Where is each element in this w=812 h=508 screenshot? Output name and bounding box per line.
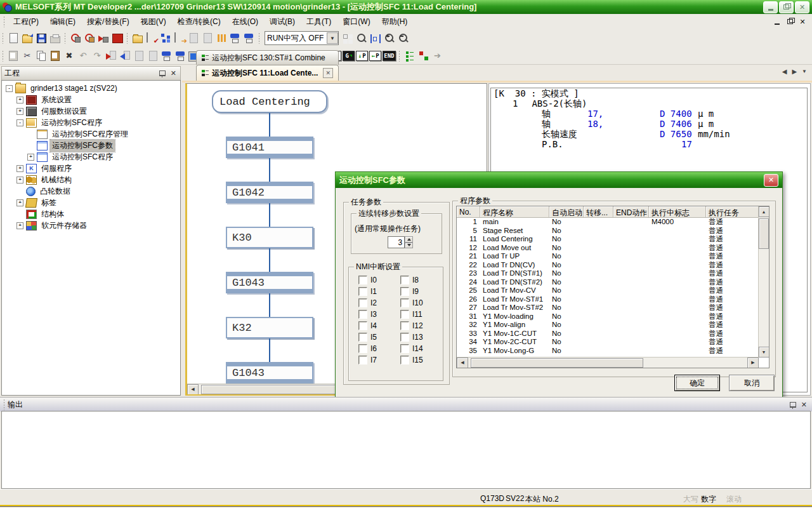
table-column-header-3[interactable]: 转移... (584, 206, 613, 218)
checkbox-I6[interactable] (358, 344, 367, 353)
system-config-button[interactable] (159, 31, 172, 45)
brackets-button[interactable] (369, 31, 382, 45)
tree-item-12[interactable]: +软元件存储器 (2, 220, 180, 231)
tree-expander-icon[interactable]: + (16, 97, 23, 104)
document-tab-0[interactable]: 运动控制SFC 130:ST#1 Combine (196, 50, 339, 65)
scroll-down-arrow[interactable]: ▼ (759, 347, 769, 358)
project-panel-close-button[interactable]: ✕ (169, 69, 178, 77)
trace-button[interactable] (111, 31, 124, 45)
checkbox-I10[interactable] (400, 298, 409, 307)
verify-button[interactable]: ✔ (145, 31, 158, 45)
table-row[interactable]: 32Y1 Mov-alignNo普通 (457, 321, 759, 330)
tree-expander-icon[interactable]: + (27, 154, 34, 161)
table-row[interactable]: 22Load Tr DN(CV)No普通 (457, 261, 759, 270)
tree-item-4[interactable]: +运动控制SFC程序管理 (2, 128, 180, 140)
checkbox-I4[interactable] (358, 321, 367, 330)
spinner-down-button[interactable] (405, 243, 413, 249)
zoom-out-button[interactable] (397, 31, 410, 45)
zoom-in-button[interactable] (383, 31, 396, 45)
tree-expander-icon[interactable]: + (16, 199, 23, 206)
table-row[interactable]: 27Load Tr Mov-ST#2No普通 (457, 304, 759, 312)
open-read-button[interactable] (131, 31, 144, 45)
mdi-minimize-button[interactable] (773, 18, 782, 25)
menu-item-3[interactable]: 视图(V) (135, 15, 172, 29)
checkbox-I9[interactable] (400, 287, 409, 296)
table-row[interactable]: 21Load Tr UPNo普通 (457, 252, 759, 261)
tree-expander-icon[interactable]: - (6, 85, 13, 92)
table-column-header-6[interactable]: 执行任务 (706, 206, 759, 218)
open-project-button[interactable] (21, 31, 34, 45)
sfc-step-g1042[interactable]: G1042 (226, 182, 313, 203)
menu-item-7[interactable]: 工具(T) (301, 15, 337, 29)
sfc-step-g1043[interactable]: G1043 (226, 272, 313, 293)
table-column-header-5[interactable]: 执行中标志 (649, 206, 706, 218)
tab-scroll-right-button[interactable]: ▶ (792, 68, 797, 75)
output-panel-close-button[interactable]: ✕ (800, 401, 808, 409)
tree-item-11[interactable]: +结构体 (2, 208, 180, 220)
document-tab-1[interactable]: 运动控制SFC 11:Load Cente...✕ (196, 65, 339, 81)
table-row[interactable]: 31Y1 Mov-loadingNo普通 (457, 312, 759, 321)
dialog-title-bar[interactable]: 运动控制SFC参数 ✕ (336, 172, 782, 188)
toolbar-grip[interactable] (2, 50, 4, 62)
tree-expander-icon[interactable]: - (16, 119, 23, 126)
sfc-step-g1043[interactable]: G1043 (226, 362, 313, 384)
menu-item-9[interactable]: 帮助(H) (376, 15, 414, 29)
sfc-step-k30[interactable]: K30 (226, 227, 313, 248)
tree-item-3[interactable]: -运动控制SFC程序 (2, 117, 180, 128)
spinner-up-button[interactable] (405, 236, 413, 243)
sfc-symbol-p-button[interactable]: ↓P (356, 51, 368, 61)
dot-search-button[interactable] (355, 31, 368, 45)
scroll-left-arrow[interactable]: ◀ (457, 358, 468, 368)
checkbox-I8[interactable] (400, 276, 409, 284)
checkbox-I0[interactable] (358, 276, 367, 284)
table-row[interactable]: 35Y1 Mov-Long-GNo普通 (457, 347, 759, 356)
transfer-button[interactable]: ➔ (173, 31, 186, 45)
scrollbar-thumb[interactable] (471, 358, 643, 368)
dialog-close-button[interactable]: ✕ (764, 174, 778, 187)
tree-item-9[interactable]: +凸轮数据 (2, 185, 180, 197)
redo-button[interactable]: ↷ (91, 49, 103, 63)
menu-item-1[interactable]: 编辑(E) (44, 15, 81, 29)
table-row[interactable]: 12Load Move outNo普通 (457, 244, 759, 253)
link-gray-button[interactable] (341, 31, 354, 45)
sfc-step-g1041[interactable]: G1041 (226, 137, 313, 158)
mdi-close-button[interactable]: ✕ (798, 18, 807, 25)
minimize-button[interactable] (763, 1, 778, 13)
table-column-header-0[interactable]: No. (457, 206, 480, 218)
device-find-button[interactable] (83, 31, 96, 45)
dev-grid-button[interactable] (160, 49, 173, 63)
dev-list-button[interactable] (243, 31, 256, 45)
read-gray-button[interactable] (201, 31, 214, 45)
table-row[interactable]: 34Y1 Mov-2C-CUTNo普通 (457, 338, 759, 347)
paste-gray-button[interactable] (7, 49, 20, 63)
table-row[interactable]: 11Load CenteringNo普通 (457, 235, 759, 244)
page-gray2-button[interactable] (147, 49, 159, 63)
toolbar-grip[interactable] (2, 32, 4, 44)
swap-step-button[interactable] (417, 49, 430, 63)
tree-expander-icon[interactable]: + (16, 222, 23, 229)
pin-icon[interactable] (159, 70, 166, 76)
checkbox-I15[interactable] (400, 356, 409, 364)
save-project-button[interactable] (35, 31, 48, 45)
output-panel-body[interactable] (1, 411, 811, 489)
dev-search-button[interactable] (229, 31, 242, 45)
tab-list-dropdown-button[interactable]: ▼ (802, 69, 807, 74)
mdi-restore-button[interactable] (785, 18, 794, 25)
restore-button[interactable] (779, 1, 794, 13)
table-row[interactable]: 5Stage ResetNo普通 (457, 227, 759, 236)
table-horizontal-scrollbar[interactable]: ◀ ▶ (457, 357, 759, 368)
tree-item-6[interactable]: +运动控制SFC程序 (2, 151, 180, 163)
tree-item-0[interactable]: -grinder13 stage1 z(SV22) (2, 83, 180, 94)
tab-scroll-left-button[interactable]: ◀ (782, 68, 787, 75)
toolbar-grip[interactable] (126, 32, 128, 44)
menu-item-2[interactable]: 搜索/替换(F) (81, 15, 135, 29)
read-blue-button[interactable] (119, 49, 131, 63)
tree-expander-icon[interactable]: + (16, 165, 23, 172)
table-row[interactable]: 1mainNoM4000普通 (457, 218, 759, 227)
table-row[interactable]: 24Load Tr DN(ST#2)No普通 (457, 278, 759, 287)
paste-button[interactable] (49, 49, 62, 63)
copy-button[interactable] (35, 49, 48, 63)
page-gray1-button[interactable] (133, 49, 145, 63)
delete-button[interactable]: ✖ (63, 49, 75, 63)
table-vertical-scrollbar[interactable]: ▲ ▼ (758, 206, 769, 358)
